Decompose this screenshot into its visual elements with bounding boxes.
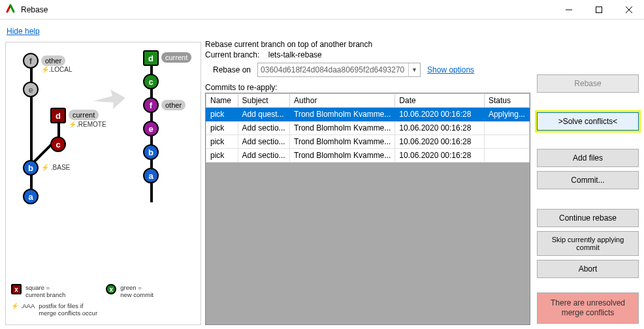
commit-button[interactable]: Commit... bbox=[537, 171, 639, 189]
legend: x square = current branch x green = new … bbox=[11, 284, 195, 319]
table-row[interactable]: pick Add sectio... Trond Blomholm Kvamme… bbox=[206, 149, 530, 163]
center-panel: Rebase current branch on top of another … bbox=[204, 38, 534, 329]
rebase-on-label: Rebase on bbox=[213, 65, 251, 74]
legend-green-text: green = new commit bbox=[120, 284, 153, 298]
conflict-message: There are unresolved merge conflicts bbox=[537, 292, 639, 324]
continue-rebase-button[interactable]: Continue rebase bbox=[537, 209, 639, 227]
node-a: a bbox=[23, 189, 39, 204]
legend-postfix: postfix for files if merge conflicts occ… bbox=[39, 302, 97, 317]
help-graph-panel: f other ⚡.LOCAL e d current ⚡.REMOTE c b… bbox=[5, 42, 201, 325]
node-c: c bbox=[50, 136, 66, 152]
legend-aaa: ⚡ .AAA bbox=[11, 302, 35, 309]
arrow-icon bbox=[89, 82, 129, 114]
node-a2: a bbox=[143, 168, 159, 183]
commits-label: Commits to re-apply: bbox=[205, 82, 530, 93]
current-branch-label: Current branch: bbox=[205, 50, 259, 59]
node-b: b bbox=[23, 160, 39, 176]
col-subject[interactable]: Subject bbox=[238, 94, 290, 108]
legend-square-text: square = current branch bbox=[25, 284, 65, 298]
label-remote: ⚡.REMOTE bbox=[69, 121, 106, 128]
node-d2: d bbox=[143, 50, 159, 66]
app-icon bbox=[5, 3, 16, 16]
titlebar: Rebase bbox=[0, 0, 644, 20]
label-base: ⚡ .BASE bbox=[41, 164, 70, 171]
rebase-button[interactable]: Rebase bbox=[537, 74, 639, 93]
maximize-button[interactable] bbox=[584, 0, 614, 20]
rebase-on-combo[interactable]: ▼ bbox=[257, 63, 421, 77]
col-author[interactable]: Author bbox=[290, 94, 395, 108]
close-button[interactable] bbox=[614, 0, 644, 20]
legend-square-icon: x bbox=[11, 284, 22, 294]
node-f: f bbox=[23, 53, 39, 69]
hide-help-link[interactable]: Hide help bbox=[7, 27, 40, 36]
abort-button[interactable]: Abort bbox=[537, 260, 639, 278]
table-row[interactable]: pick Add sectio... Trond Blomholm Kvamme… bbox=[206, 121, 530, 135]
current-branch-value: lets-talk-rebase bbox=[268, 50, 322, 59]
info-line1: Rebase current branch on top of another … bbox=[205, 39, 530, 50]
rebase-on-input[interactable] bbox=[258, 65, 408, 74]
col-name[interactable]: Name bbox=[206, 94, 238, 108]
skip-button[interactable]: Skip currently applying commit bbox=[537, 231, 639, 256]
minimize-button[interactable] bbox=[554, 0, 584, 20]
label-other2: other bbox=[161, 100, 185, 110]
node-e2: e bbox=[143, 121, 159, 136]
svg-rect-1 bbox=[596, 7, 602, 12]
label-local: ⚡.LOCAL bbox=[41, 66, 72, 73]
chevron-down-icon[interactable]: ▼ bbox=[408, 63, 420, 76]
legend-green-icon: x bbox=[106, 284, 116, 294]
commits-table[interactable]: Name Subject Author Date Status pick Add… bbox=[206, 93, 530, 163]
add-files-button[interactable]: Add files bbox=[537, 149, 639, 167]
node-b2: b bbox=[143, 144, 159, 160]
node-d: d bbox=[50, 108, 66, 123]
action-panel: Rebase >Solve conflicts< Add files Commi… bbox=[534, 38, 644, 329]
node-c2: c bbox=[143, 74, 159, 89]
node-f2: f bbox=[143, 97, 159, 113]
label-other: other bbox=[41, 55, 65, 66]
solve-conflicts-button[interactable]: >Solve conflicts< bbox=[537, 112, 639, 131]
commits-table-wrap: Name Subject Author Date Status pick Add… bbox=[205, 93, 530, 325]
table-row[interactable]: pick Add sectio... Trond Blomholm Kvamme… bbox=[206, 135, 530, 149]
col-status[interactable]: Status bbox=[484, 94, 529, 108]
node-e: e bbox=[23, 82, 39, 97]
window-title: Rebase bbox=[21, 5, 48, 14]
table-row[interactable]: pick Add quest... Trond Blomholm Kvamme.… bbox=[206, 108, 530, 121]
label-current2: current bbox=[161, 52, 191, 63]
col-date[interactable]: Date bbox=[395, 94, 485, 108]
show-options-link[interactable]: Show options bbox=[427, 65, 474, 74]
